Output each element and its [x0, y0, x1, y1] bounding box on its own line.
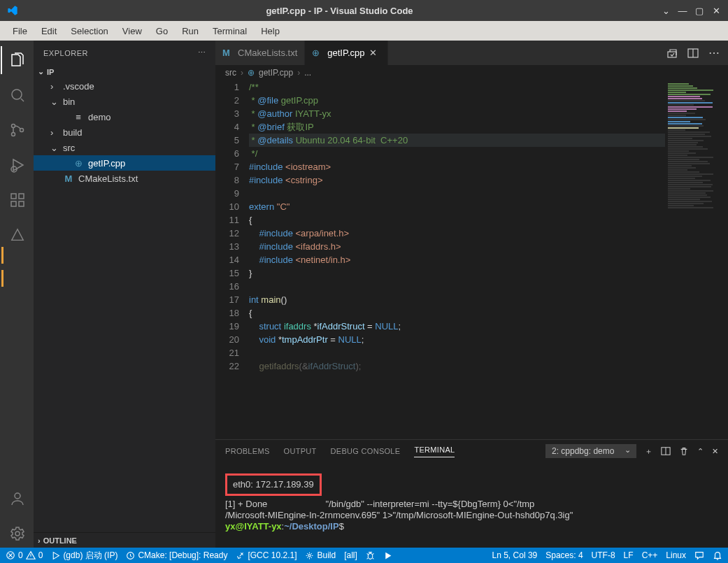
tree-root[interactable]: ⌄ IP: [34, 65, 215, 78]
status-errors[interactable]: 0 0: [6, 550, 43, 560]
new-terminal-icon[interactable]: ＋: [645, 446, 652, 457]
tree-row-label: .vscode: [63, 81, 94, 92]
tree-row-label: getIP.cpp: [88, 158, 125, 169]
status-cmake[interactable]: CMake: [Debug]: Ready: [126, 550, 227, 560]
panel-tab-output[interactable]: OUTPUT: [284, 447, 317, 455]
outline-section[interactable]: › OUTLINE: [34, 532, 215, 548]
split-editor-icon[interactable]: [687, 48, 699, 59]
code-editor[interactable]: 12345678910111213141516171819202122 /** …: [215, 80, 728, 439]
breadcrumb-sep-icon: ›: [297, 68, 300, 78]
panel: PROBLEMS OUTPUT DEBUG CONSOLE TERMINAL 2…: [215, 439, 728, 548]
panel-tab-problems[interactable]: PROBLEMS: [225, 447, 270, 455]
tree-row[interactable]: ⊕getIP.cpp: [34, 155, 215, 171]
window-title: getIP.cpp - IP - Visual Studio Code: [25, 6, 654, 16]
sidebar-more-icon[interactable]: ⋯: [198, 48, 206, 57]
settings-icon[interactable]: [1, 520, 34, 548]
chevron-down-icon: ⌄: [38, 67, 44, 76]
menu-terminal[interactable]: Terminal: [206, 23, 254, 39]
minimize-hint-icon[interactable]: ⌄: [661, 6, 671, 15]
editor-tab[interactable]: ⊕getIP.cpp✕: [305, 41, 387, 65]
source-control-icon[interactable]: [1, 116, 34, 144]
compare-icon[interactable]: [666, 48, 678, 59]
cmake-file-icon: M: [63, 173, 74, 184]
breadcrumb-part[interactable]: ...: [304, 68, 311, 78]
menu-go[interactable]: Go: [149, 23, 175, 39]
panel-tab-debug[interactable]: DEBUG CONSOLE: [331, 447, 401, 455]
status-debug-icon[interactable]: [366, 551, 375, 560]
status-kit[interactable]: [GCC 10.2.1]: [236, 550, 297, 560]
outline-label: OUTLINE: [43, 536, 77, 545]
tree-row[interactable]: ≡demo: [34, 109, 215, 124]
maximize-panel-icon[interactable]: ⌃: [697, 447, 704, 456]
svg-point-9: [15, 493, 20, 499]
titlebar: getIP.cpp - IP - Visual Studio Code ⌄ — …: [0, 0, 728, 21]
tab-label: getIP.cpp: [327, 48, 364, 58]
explorer-icon[interactable]: [1, 46, 34, 74]
split-terminal-icon[interactable]: [661, 446, 671, 456]
close-icon[interactable]: ✕: [711, 6, 721, 15]
editor-area: MCMakeLists.txt⊕getIP.cpp✕ ⋯ src › ⊕ get…: [215, 41, 728, 548]
status-target[interactable]: [all]: [344, 550, 357, 560]
chevron-right-icon: ›: [38, 536, 41, 545]
status-spaces[interactable]: Spaces: 4: [545, 550, 583, 560]
tree-row[interactable]: ›build: [34, 124, 215, 140]
tree-row-label: demo: [88, 112, 111, 122]
terminal-selector[interactable]: 2: cppdbg: demo: [545, 444, 636, 458]
cpp-file-icon: ⊕: [248, 68, 255, 78]
svg-rect-8: [19, 194, 24, 199]
extensions-icon[interactable]: [1, 186, 34, 214]
cmake-icon[interactable]: [1, 221, 34, 249]
menu-edit[interactable]: Edit: [34, 23, 64, 39]
status-lang[interactable]: C++: [642, 550, 658, 560]
minimap[interactable]: [665, 80, 728, 439]
menu-file[interactable]: File: [6, 23, 34, 39]
close-panel-icon[interactable]: ✕: [712, 447, 718, 456]
search-icon[interactable]: [1, 81, 34, 109]
tree-row[interactable]: ⌄bin: [34, 94, 215, 109]
terminal-select[interactable]: 2: cppdbg: demo: [545, 444, 636, 458]
svg-point-1: [12, 124, 15, 128]
status-launch[interactable]: (gdb) 启动 (IP): [51, 550, 117, 562]
file-icon: M: [222, 48, 234, 59]
menubar: File Edit Selection View Go Run Terminal…: [0, 21, 728, 41]
window-controls: ⌄ — ▢ ✕: [654, 6, 728, 15]
status-build[interactable]: Build: [305, 550, 336, 560]
status-encoding[interactable]: UTF-8: [592, 550, 615, 560]
editor-tab[interactable]: MCMakeLists.txt: [215, 41, 305, 65]
terminal-highlight: eth0: 172.17.189.39: [225, 473, 322, 496]
more-actions-icon[interactable]: ⋯: [708, 46, 720, 59]
tree-row-label: build: [63, 127, 82, 138]
tree-row[interactable]: MCMakeLists.txt: [34, 171, 215, 186]
run-debug-icon[interactable]: [1, 151, 34, 179]
tree-row[interactable]: ⌄src: [34, 140, 215, 155]
close-tab-icon[interactable]: ✕: [369, 48, 380, 58]
menu-selection[interactable]: Selection: [64, 23, 115, 39]
svg-point-2: [12, 133, 15, 136]
terminal-line: /Microsoft-MIEngine-In-2rnmcenv.695" 1>"…: [225, 510, 573, 520]
terminal-body[interactable]: eth0: 172.17.189.39 [1] + Done "/bin/gdb…: [215, 462, 728, 548]
breadcrumb[interactable]: src › ⊕ getIP.cpp › ...: [215, 65, 728, 80]
menu-help[interactable]: Help: [254, 23, 287, 39]
account-icon[interactable]: [1, 485, 34, 513]
vscode-logo-icon: [7, 5, 18, 16]
terminal-prompt-user: yx@IYATT-yx: [225, 521, 282, 532]
status-position[interactable]: Ln 5, Col 39: [492, 550, 538, 560]
svg-point-3: [20, 129, 24, 132]
breadcrumb-part[interactable]: src: [225, 68, 236, 78]
panel-tab-terminal[interactable]: TERMINAL: [414, 446, 455, 457]
breadcrumb-sep-icon: ›: [241, 68, 243, 78]
minimize-icon[interactable]: —: [678, 6, 687, 15]
code-content[interactable]: /** * @file getIP.cpp * @author IYATT-yx…: [249, 80, 665, 439]
menu-view[interactable]: View: [115, 23, 149, 39]
maximize-icon[interactable]: ▢: [694, 6, 704, 15]
breadcrumb-part[interactable]: getIP.cpp: [259, 68, 293, 78]
status-feedback-icon[interactable]: [694, 550, 704, 560]
menu-run[interactable]: Run: [175, 23, 206, 39]
status-run-icon[interactable]: [383, 551, 392, 560]
status-bell-icon[interactable]: [713, 550, 722, 560]
tree-row[interactable]: ›.vscode: [34, 78, 215, 94]
status-os[interactable]: Linux: [666, 550, 686, 560]
tree-root-label: IP: [47, 68, 54, 76]
status-eol[interactable]: LF: [624, 550, 634, 560]
kill-terminal-icon[interactable]: [679, 446, 689, 456]
